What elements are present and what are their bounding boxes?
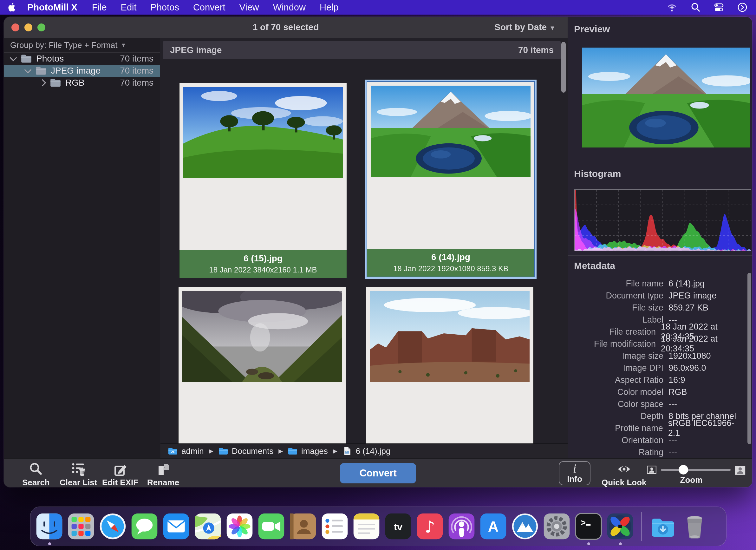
metadata-row: File modification18 Jan 2022 at 20:34:35 [568,338,746,350]
dock-icon-downloads[interactable] [649,513,677,540]
metadata-value: RGB [668,387,687,397]
dock-icon-facetime[interactable] [257,513,285,540]
sidebar-item-label: Photos [36,54,64,64]
file-details: 18 Jan 2022 3840x2160 1.1 MB [209,265,317,274]
sidebar-item-photos[interactable]: Photos70 items [4,53,160,65]
dock-icon-photos[interactable] [226,513,253,540]
running-indicator [619,542,622,545]
dock-icon-photomill-x[interactable] [606,513,634,540]
menu-bar: PhotoMill X FileEditPhotosConvertViewWin… [0,0,756,15]
chevron-down-icon[interactable] [10,54,17,62]
menu-item-edit[interactable]: Edit [121,2,137,12]
chevron-down-icon[interactable] [24,66,32,74]
file-name: 6 (15).jpg [244,253,283,264]
photomill-window: 1 of 70 selected Sort by Date▼ Group by:… [4,17,752,487]
metadata-value: --- [668,435,677,445]
rename-button[interactable]: Rename [147,462,179,487]
svg-text:♪: ♪ [425,517,435,536]
breadcrumb-label: 6 (14).jpg [356,446,391,456]
metadata-label: Rating [568,448,663,457]
breadcrumb-label: admin [181,446,204,456]
chevron-right-icon[interactable] [39,79,46,87]
dock-icon-safari[interactable] [99,513,127,540]
file-card-6-63-jpg[interactable]: 6 (63).jpg [366,287,533,443]
zoom-in-image-icon[interactable] [734,466,746,475]
metadata-value: --- [668,399,677,409]
dock-icon-terminal[interactable]: > [575,513,602,540]
metadata-label: File name [568,279,663,289]
control-center-icon[interactable] [714,2,724,13]
app-menu-title[interactable]: PhotoMill X [27,2,77,13]
metadata-label: Depth [568,411,663,421]
menu-item-file[interactable]: File [92,2,107,12]
svg-text:>: > [581,518,586,528]
sidebar-item-rgb[interactable]: RGB70 items [4,77,160,89]
window-title-bar: 1 of 70 selected Sort by Date▼ [4,17,568,38]
metadata-table: File name6 (14).jpgDocument typeJPEG ima… [568,278,746,458]
convert-button[interactable]: Convert [340,463,416,483]
apple-menu-icon[interactable] [8,3,16,12]
folder-tree: Photos70 itemsJPEG image70 itemsRGB70 it… [4,53,160,89]
dock-icon-finder[interactable] [36,513,63,540]
quick-look-button[interactable]: Quick Look [602,462,647,487]
dock-icon-messages[interactable] [131,513,158,540]
breadcrumb-item-admin[interactable]: admin [168,446,204,456]
zoom-slider-knob[interactable] [679,465,688,475]
dock-icon-maps[interactable] [194,513,222,540]
dock-icon-reminders[interactable] [321,513,349,540]
menu-item-help[interactable]: Help [320,2,339,12]
dock-icon-notes[interactable] [353,513,380,540]
file-card-6-14-jpg[interactable]: 6 (14).jpg18 Jan 2022 1920x1080 859.3 KB [367,82,534,277]
zoom-slider-track[interactable] [661,469,731,471]
content-scrollbar[interactable] [561,41,566,443]
svg-text:tv: tv [394,522,402,532]
folder-icon [21,54,32,63]
menu-item-window[interactable]: Window [273,2,306,12]
group-header: JPEG image 70 items [163,41,561,59]
menu-item-view[interactable]: View [239,2,259,12]
thumbnail-image [182,291,342,382]
dock-icon-mail[interactable] [162,513,190,540]
dock-icon-photomill[interactable] [511,513,539,540]
zoom-out-image-icon[interactable] [647,466,656,474]
sidebar-item-jpeg-image[interactable]: JPEG image70 items [4,65,160,77]
sidebar: Group by: File Type + Format▼ Photos70 i… [4,38,160,458]
thumbnail-image [371,86,531,177]
dock-icon-system-settings[interactable] [543,513,570,540]
content-scrollbar-thumb[interactable] [561,42,566,93]
metadata-row: Image DPI96.0x96.0 [568,362,746,374]
sort-by-dropdown[interactable]: Sort by Date▼ [494,22,556,32]
dock-icon-trash[interactable] [681,513,708,540]
dock-icon-contacts[interactable] [289,513,317,540]
breadcrumb-item-documents[interactable]: Documents [218,446,274,456]
dock-icon-podcasts[interactable] [448,513,475,540]
histogram-title: Histogram [574,168,621,179]
file-grid-area: JPEG image 70 items 6 (15).jpg18 Jan 202… [160,38,568,458]
edit-exif-button[interactable]: Edit EXIF [102,462,138,487]
file-icon [342,447,352,455]
histogram-chart [575,190,751,251]
panel-scrollbar-thumb[interactable] [747,273,751,444]
dock-icon-tv[interactable]: tv [384,513,412,540]
dock-icon-music[interactable]: ♪ [416,513,444,540]
file-card-6-15-jpg[interactable]: 6 (15).jpg18 Jan 2022 3840x2160 1.1 MB [179,83,347,278]
menu-item-photos[interactable]: Photos [151,2,179,12]
metadata-row: Aspect Ratio16:9 [568,374,746,386]
metadata-row: Document typeJPEG image [568,290,746,302]
wifi-alert-icon[interactable] [667,2,677,13]
breadcrumb-item-6-14-jpg[interactable]: 6 (14).jpg [342,446,391,456]
metadata-value: 16:9 [668,375,685,385]
dock-icon-launchpad[interactable] [67,513,95,540]
breadcrumb-item-images[interactable]: images [288,446,328,456]
preview-image [582,48,750,147]
dock-icon-app-store[interactable]: A [479,513,507,540]
clear-list-button[interactable]: Clear List [60,462,97,487]
info-button[interactable]: i Info [559,461,590,485]
group-by-dropdown[interactable]: Group by: File Type + Format▼ [4,38,160,53]
menu-item-convert[interactable]: Convert [193,2,225,12]
search-icon[interactable] [690,2,701,13]
search-button[interactable]: Search [22,462,50,487]
file-card-6-16-jpg[interactable]: 6 (16).jpg [179,287,346,443]
siri-time-icon[interactable] [737,2,748,13]
zoom-label: Zoom [647,475,736,485]
